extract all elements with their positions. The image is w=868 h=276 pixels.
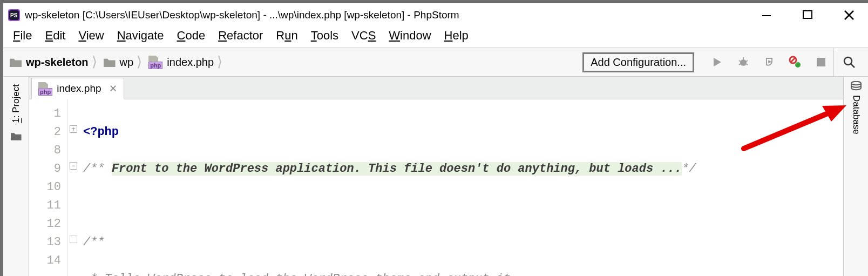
database-tool-button[interactable]: Database [851, 95, 862, 134]
run-toolbar [694, 55, 833, 69]
close-button[interactable] [843, 9, 858, 21]
menu-vcs[interactable]: VCS [346, 28, 381, 44]
svg-point-19 [844, 57, 852, 65]
project-tool-button[interactable]: 1: Project [11, 84, 22, 123]
svg-line-16 [791, 58, 795, 62]
folder-icon [104, 57, 116, 67]
breadcrumb: wp-skeleton ⟩ wp ⟩ php index.php ⟩ [8, 48, 582, 76]
menu-tools[interactable]: Tools [306, 28, 344, 44]
menu-window[interactable]: Window [383, 28, 436, 44]
php-file-icon: php [38, 82, 52, 96]
stop-icon[interactable] [814, 55, 828, 69]
fold-collapse-icon[interactable]: − [70, 162, 77, 170]
fold-end-icon[interactable] [70, 235, 77, 243]
breadcrumb-root-label: wp-skeleton [26, 56, 89, 69]
menu-edit[interactable]: Edit [39, 28, 71, 44]
svg-line-20 [851, 64, 855, 68]
window-title: wp-skeleton [C:\Users\IEUser\Desktop\wp-… [25, 9, 761, 21]
close-tab-icon[interactable]: ✕ [106, 83, 117, 95]
svg-point-8 [740, 59, 747, 66]
menu-code[interactable]: Code [172, 28, 211, 44]
menu-bar: File Edit View Navigate Code Refactor Ru… [3, 27, 868, 48]
inspection-ok-icon[interactable]: ✓ [828, 103, 836, 121]
svg-line-11 [746, 60, 748, 62]
add-configuration-button[interactable]: Add Configuration... [582, 52, 694, 72]
svg-line-13 [746, 64, 748, 65]
search-everywhere-button[interactable] [833, 48, 864, 76]
breadcrumb-file[interactable]: php index.php ⟩ [146, 51, 227, 73]
window-controls [761, 9, 864, 21]
php-file-icon: php [148, 56, 162, 69]
menu-view[interactable]: View [73, 28, 109, 44]
menu-help[interactable]: Help [439, 28, 474, 44]
debug-icon[interactable] [736, 55, 750, 69]
breadcrumb-dir[interactable]: wp ⟩ [101, 51, 147, 73]
stop-listening-icon[interactable] [788, 55, 802, 69]
svg-point-21 [851, 82, 861, 85]
chevron-right-icon: ⟩ [133, 53, 142, 71]
chevron-right-icon: ⟩ [214, 53, 222, 71]
svg-marker-7 [714, 58, 721, 66]
svg-line-10 [739, 60, 741, 62]
svg-line-12 [739, 64, 741, 65]
menu-navigate[interactable]: Navigate [112, 28, 169, 44]
right-tool-stripe: Database [843, 77, 868, 276]
minimize-button[interactable] [761, 9, 776, 21]
folder-icon [10, 57, 22, 67]
coverage-icon[interactable] [762, 55, 776, 69]
navigation-toolbar: wp-skeleton ⟩ wp ⟩ php index.php ⟩ Add C… [3, 48, 868, 77]
code-area[interactable]: <?php /** Front to the WordPress applica… [80, 99, 843, 276]
project-icon [11, 132, 22, 140]
breadcrumb-root[interactable]: wp-skeleton ⟩ [8, 51, 101, 73]
left-tool-stripe: 1: Project [3, 77, 29, 276]
tab-label: index.php [57, 83, 101, 95]
phpstorm-icon: PS [8, 9, 21, 22]
menu-refactor[interactable]: Refactor [213, 28, 268, 44]
svg-text:PS: PS [10, 12, 18, 18]
database-icon[interactable] [850, 81, 863, 92]
menu-run[interactable]: Run [270, 28, 303, 44]
editor[interactable]: 1 2 8 9 10 11 12 13 14 + − <?php /** Fro… [29, 99, 843, 276]
svg-rect-18 [817, 58, 825, 66]
gutter-line-numbers: 1 2 8 9 10 11 12 13 14 [29, 99, 68, 276]
chevron-right-icon: ⟩ [89, 53, 97, 71]
breadcrumb-dir-label: wp [120, 56, 134, 69]
fold-expand-icon[interactable]: + [70, 125, 77, 133]
svg-point-17 [795, 62, 801, 68]
breadcrumb-file-label: index.php [167, 56, 214, 69]
title-bar: PS wp-skeleton [C:\Users\IEUser\Desktop\… [3, 3, 868, 27]
maximize-button[interactable] [802, 9, 817, 21]
tab-index-php[interactable]: php index.php ✕ [31, 78, 124, 99]
fold-column: + − [68, 99, 80, 276]
menu-file[interactable]: File [8, 28, 37, 44]
run-icon[interactable] [710, 55, 724, 69]
editor-tabs: php index.php ✕ [29, 77, 843, 99]
svg-rect-4 [803, 11, 812, 18]
